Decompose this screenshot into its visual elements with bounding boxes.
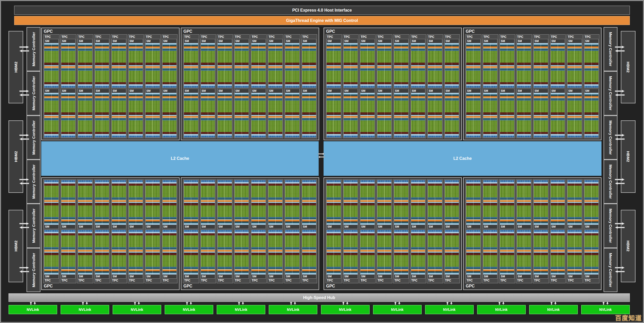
sm-core-area bbox=[78, 205, 92, 217]
sm-core-area bbox=[567, 235, 582, 247]
sm-label: SM bbox=[445, 275, 459, 278]
sm-body bbox=[146, 43, 160, 88]
sm-label: SM bbox=[285, 225, 299, 229]
sm-core-area bbox=[251, 101, 266, 112]
sm-stack: SMSM bbox=[145, 39, 160, 138]
sm-strip-maroon bbox=[411, 203, 425, 205]
sm-strip-tex bbox=[428, 230, 442, 232]
sm-core-area bbox=[112, 120, 126, 132]
sm-strip-tex bbox=[360, 136, 375, 137]
sm-core-area bbox=[285, 255, 299, 267]
sm-strip-maroon bbox=[500, 63, 514, 65]
sm-strip-tex bbox=[201, 136, 215, 137]
sm-strip-maroon bbox=[551, 82, 565, 84]
sm-body bbox=[534, 180, 548, 225]
gpc-block: GPCTPCSMSMTPCSMSMTPCSMSMTPCSMSMTPCSMSMTP… bbox=[181, 177, 319, 290]
sm-strip-maroon bbox=[567, 203, 582, 205]
sm-strip-tex bbox=[112, 86, 126, 88]
tpc-label: TPC bbox=[184, 35, 198, 39]
sm-block: SM bbox=[302, 230, 317, 279]
sm-core-area bbox=[146, 120, 160, 132]
tpc-label: TPC bbox=[78, 279, 92, 283]
sm-label: SM bbox=[302, 39, 316, 43]
hub-nvlink-arrow-icon bbox=[133, 301, 141, 305]
sm-core-area bbox=[428, 255, 442, 267]
sm-core-area bbox=[411, 255, 425, 267]
sm-core-area bbox=[44, 186, 58, 197]
gpc-block: GPCTPCSMSMTPCSMSMTPCSMSMTPCSMSMTPCSMSMTP… bbox=[324, 177, 462, 290]
sm-core-area bbox=[44, 71, 58, 82]
sm-strip-maroon bbox=[235, 63, 249, 65]
sm-strip-maroon bbox=[445, 233, 459, 235]
sm-stack: SMSM bbox=[61, 39, 76, 138]
sm-strip-maroon bbox=[235, 112, 249, 114]
sm-strip-maroon bbox=[483, 184, 497, 186]
tpc-block: TPCSMSM bbox=[111, 179, 127, 283]
sm-core-area bbox=[445, 120, 459, 132]
tpc-label: TPC bbox=[343, 35, 358, 39]
gpc-block: GPCTPCSMSMTPCSMSMTPCSMSMTPCSMSMTPCSMSMTP… bbox=[463, 28, 601, 140]
sm-label: SM bbox=[78, 275, 92, 278]
sm-body bbox=[201, 93, 215, 137]
sm-strip-maroon bbox=[201, 82, 215, 84]
sm-core-area bbox=[95, 186, 109, 197]
sm-stack: SMSM bbox=[584, 39, 599, 138]
sm-strip-maroon bbox=[129, 184, 143, 186]
sm-strip-maroon bbox=[218, 112, 232, 114]
sm-core-area bbox=[285, 51, 299, 63]
tpc-label: TPC bbox=[44, 279, 59, 283]
sm-strip-maroon bbox=[78, 253, 92, 255]
sm-label: SM bbox=[285, 275, 299, 278]
sm-label: SM bbox=[146, 275, 160, 278]
sm-core-area bbox=[44, 235, 58, 247]
sm-strip-maroon bbox=[112, 112, 126, 114]
sm-body bbox=[184, 230, 198, 275]
sm-core-area bbox=[411, 120, 425, 132]
sm-core-area bbox=[500, 255, 514, 267]
sm-core-area bbox=[428, 235, 442, 247]
sm-strip-maroon bbox=[285, 203, 299, 205]
sm-body bbox=[445, 180, 459, 225]
tpc-block: TPCSMSM bbox=[234, 34, 250, 138]
sm-body bbox=[61, 93, 75, 137]
sm-core-area bbox=[534, 51, 548, 63]
sm-stack: SMSM bbox=[217, 180, 232, 279]
sm-core-area bbox=[251, 51, 266, 63]
tpc-label: TPC bbox=[285, 279, 300, 283]
sm-strip-maroon bbox=[394, 233, 408, 235]
sm-strip-tex bbox=[394, 86, 408, 88]
sm-core-area bbox=[411, 186, 425, 197]
sm-core-area bbox=[302, 71, 316, 82]
sm-stack: SMSM bbox=[394, 39, 409, 138]
tpc-block: TPCSMSM bbox=[566, 179, 583, 283]
tpc-block: TPCSMSM bbox=[410, 34, 426, 138]
sm-block: SM bbox=[550, 230, 565, 279]
sm-strip-tex bbox=[268, 180, 283, 182]
sm-strip-tex bbox=[268, 86, 283, 88]
sm-body bbox=[551, 180, 565, 225]
tpc-label: TPC bbox=[567, 35, 582, 39]
sm-strip-maroon bbox=[129, 233, 143, 235]
sm-strip-maroon bbox=[466, 253, 480, 255]
sm-stack: SMSM bbox=[360, 180, 375, 279]
sm-label: SM bbox=[44, 89, 58, 93]
sm-stack: SMSM bbox=[567, 39, 582, 138]
sm-core-area bbox=[61, 255, 75, 267]
sm-strip-maroon bbox=[146, 112, 160, 114]
tpc-label: TPC bbox=[268, 35, 283, 39]
sm-core-area bbox=[268, 205, 283, 217]
memory-controller-label: Memory Controller bbox=[31, 209, 36, 243]
sm-strip-maroon bbox=[394, 82, 408, 84]
sm-core-area bbox=[584, 101, 599, 112]
gpc-label: GPC bbox=[465, 283, 599, 289]
sm-label: SM bbox=[394, 275, 408, 278]
sm-strip-maroon bbox=[268, 253, 283, 255]
sm-core-area bbox=[78, 101, 92, 112]
sm-strip-maroon bbox=[466, 184, 480, 186]
sm-core-area bbox=[163, 101, 177, 112]
sm-strip-maroon bbox=[95, 233, 109, 235]
sm-label: SM bbox=[517, 275, 531, 278]
sm-core-area bbox=[201, 255, 215, 267]
sm-strip-maroon bbox=[302, 82, 316, 84]
sm-core-area bbox=[327, 255, 341, 267]
